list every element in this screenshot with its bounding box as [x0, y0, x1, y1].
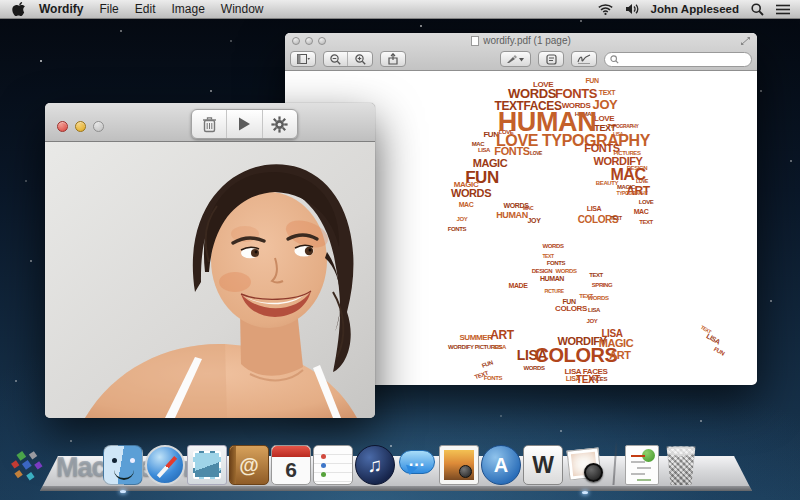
menu-file[interactable]: File: [99, 2, 118, 16]
svg-text:MAC: MAC: [634, 208, 649, 215]
dock-icon-word[interactable]: W: [523, 445, 563, 485]
messages-glyph: …: [397, 445, 437, 485]
note-icon: [546, 54, 557, 65]
share-button[interactable]: [381, 52, 405, 66]
svg-text:HUMAN: HUMAN: [496, 210, 528, 220]
volume-icon[interactable]: [625, 3, 639, 15]
svg-text:MAC: MAC: [459, 201, 474, 208]
svg-text:FUN: FUN: [585, 77, 599, 84]
svg-text:WORDS: WORDS: [556, 268, 577, 274]
wifi-icon[interactable]: [598, 4, 613, 15]
menu-image[interactable]: Image: [171, 2, 204, 16]
svg-text:TEXT: TEXT: [599, 89, 616, 96]
close-button[interactable]: [57, 121, 68, 132]
running-indicator: [120, 490, 126, 493]
dock-icon-trash[interactable]: [661, 445, 701, 485]
zoom-button[interactable]: [318, 37, 326, 45]
svg-text:FUN: FUN: [481, 359, 494, 368]
contacts-glyph: @: [230, 446, 268, 484]
spotlight-icon[interactable]: [751, 3, 764, 16]
app-store-glyph: A: [482, 446, 520, 484]
wordify-titlebar[interactable]: [45, 103, 375, 142]
svg-text:FUN: FUN: [713, 346, 726, 357]
svg-text:WORDS: WORDS: [543, 243, 564, 249]
fullscreen-icon[interactable]: [740, 36, 751, 46]
menu-items: FileEditImageWindow: [99, 2, 279, 16]
dock-icon-calendar[interactable]: 6: [271, 445, 311, 485]
running-indicator: [582, 491, 588, 494]
dock-icon-iphoto[interactable]: [439, 445, 479, 485]
svg-text:SPRING: SPRING: [592, 282, 613, 288]
delete-button[interactable]: [192, 110, 227, 138]
run-button[interactable]: [227, 110, 262, 138]
gear-icon: [271, 116, 288, 133]
view-options-icon: [297, 54, 310, 64]
menu-window[interactable]: Window: [221, 2, 264, 16]
svg-text:LOVE: LOVE: [594, 114, 615, 123]
dock-icon-mail[interactable]: [187, 445, 227, 485]
svg-text:DESIGN: DESIGN: [532, 268, 553, 274]
play-icon: [236, 116, 252, 132]
svg-text:ART: ART: [609, 349, 631, 361]
svg-text:LISA: LISA: [587, 205, 602, 212]
svg-text:TYPOGRAPHY: TYPOGRAPHY: [607, 123, 639, 129]
zoom-out-button[interactable]: [324, 52, 348, 66]
view-options-button[interactable]: [291, 52, 315, 66]
portrait-photo: [45, 142, 375, 418]
svg-text:WORDS: WORDS: [588, 295, 609, 301]
dock-icon-wordify[interactable]: [565, 445, 605, 485]
trash-icon: [202, 116, 217, 133]
svg-text:JOY: JOY: [457, 216, 468, 222]
dock-icon-document[interactable]: [625, 445, 659, 485]
svg-text:JOY: JOY: [593, 97, 619, 112]
itunes-glyph: ♫: [356, 446, 394, 484]
dock-icon-contacts[interactable]: @: [229, 445, 269, 485]
svg-text:MADE: MADE: [508, 282, 528, 289]
note-button[interactable]: [539, 52, 563, 66]
minimize-button[interactable]: [75, 121, 86, 132]
svg-text:LISA: LISA: [494, 344, 507, 350]
notification-center-icon[interactable]: [776, 4, 790, 15]
zoom-in-button[interactable]: [348, 52, 372, 66]
dock-icon-finder[interactable]: [103, 445, 143, 485]
svg-text:LISA: LISA: [705, 332, 721, 345]
share-icon: [387, 53, 399, 65]
svg-text:TEXT: TEXT: [542, 253, 554, 259]
preview-titlebar[interactable]: wordify.pdf (1 page): [285, 33, 757, 71]
svg-text:TYPOGRAPHY: TYPOGRAPHY: [616, 190, 648, 196]
svg-text:JOY: JOY: [528, 217, 542, 224]
menu-bar: Wordify FileEditImageWindow John Applese…: [0, 0, 800, 19]
menu-edit[interactable]: Edit: [135, 2, 156, 16]
svg-text:ART: ART: [490, 328, 515, 342]
close-button[interactable]: [292, 37, 300, 45]
user-menu[interactable]: John Appleseed: [651, 3, 739, 15]
dock-icon-safari[interactable]: [145, 445, 185, 485]
svg-text:FONTS: FONTS: [448, 226, 467, 232]
svg-text:SUMMER: SUMMER: [459, 333, 493, 342]
minimize-button[interactable]: [305, 37, 313, 45]
svg-text:LISA: LISA: [588, 307, 601, 313]
settings-button[interactable]: [263, 110, 297, 138]
dock-icon-app-store[interactable]: A: [481, 445, 521, 485]
apple-menu[interactable]: [12, 2, 25, 17]
svg-text:FONTS: FONTS: [547, 260, 566, 266]
zoom-button[interactable]: [93, 121, 104, 132]
markup-pen-button[interactable]: [501, 52, 530, 66]
app-menu-title[interactable]: Wordify: [39, 2, 83, 16]
word-glyph: W: [524, 446, 562, 484]
svg-text:WORDS: WORDS: [451, 187, 491, 199]
search-input[interactable]: [622, 54, 746, 64]
dock-icon-messages[interactable]: …: [397, 445, 437, 485]
window-title: wordify.pdf (1 page): [471, 35, 571, 46]
wordify-window: [45, 103, 375, 418]
dock-icon-itunes[interactable]: ♫: [355, 445, 395, 485]
toolbar-segmented-control: [191, 109, 298, 139]
svg-text:FONTS: FONTS: [494, 145, 529, 157]
svg-text:COLORS: COLORS: [555, 304, 588, 313]
svg-text:LOVE: LOVE: [636, 178, 649, 184]
search-field[interactable]: [604, 52, 752, 67]
signature-button[interactable]: [572, 52, 596, 66]
apple-icon: [12, 2, 25, 17]
zoom-in-icon: [355, 54, 366, 65]
dock-icon-reminders[interactable]: [313, 445, 353, 485]
